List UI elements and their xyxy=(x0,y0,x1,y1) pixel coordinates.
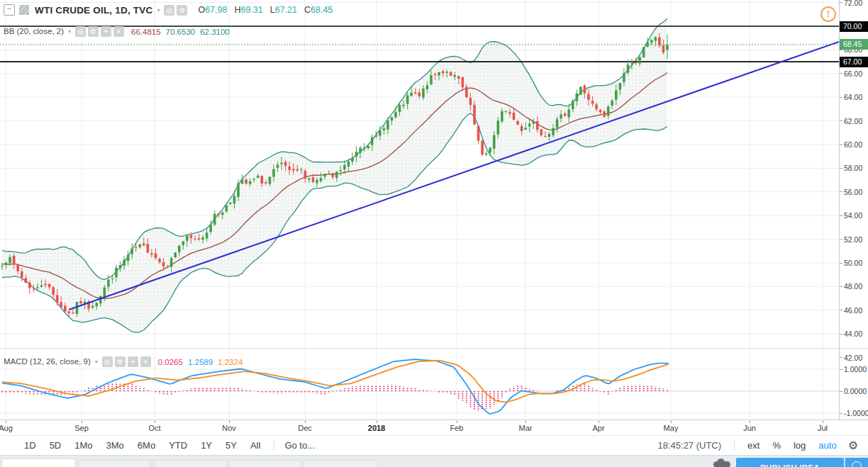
ohlc-pair: O67.98 xyxy=(198,5,227,15)
ohlc-values: O67.98H69.31L67.21C68.45 xyxy=(198,5,333,15)
price-tick-mark xyxy=(840,286,842,287)
range-button-3mo[interactable]: 3Mo xyxy=(106,440,124,451)
price-tick-label: 44.00 xyxy=(844,330,862,338)
remove-indicator-icon[interactable]: × xyxy=(140,356,151,367)
pane-divider[interactable] xyxy=(0,348,868,349)
range-button-1d[interactable]: 1D xyxy=(24,440,36,451)
hide-indicator-icon[interactable]: ◎ xyxy=(102,356,113,367)
publish-extra-button[interactable] xyxy=(845,458,868,467)
price-tick-label: 52.00 xyxy=(844,235,862,244)
time-axis-label: Apr xyxy=(592,424,604,432)
bb-legend-row: BB (20, close, 2) ▾ ◎ ⚙ + × 66.481570.65… xyxy=(4,25,230,38)
empty-tab-slot[interactable] xyxy=(304,460,377,467)
empty-tab-slot[interactable] xyxy=(228,460,301,467)
publish-idea-button[interactable]: PUBLISH IDEA xyxy=(736,458,844,467)
chevron-down-icon[interactable]: ▾ xyxy=(68,28,71,35)
time-tick-mark xyxy=(305,420,306,423)
gear-icon[interactable]: ⚙ xyxy=(848,439,858,452)
price-tick-label: 50.00 xyxy=(844,259,862,267)
indicator-value: 0.0265 xyxy=(158,358,183,366)
range-button-ytd[interactable]: YTD xyxy=(169,440,187,451)
hide-indicator-icon[interactable]: ◎ xyxy=(75,26,86,37)
hide-symbol-icon[interactable]: ◎ xyxy=(164,5,174,16)
price-tick-label: 54.00 xyxy=(844,211,862,220)
range-button-1mo[interactable]: 1Mo xyxy=(74,440,92,451)
price-tick-label: 66.00 xyxy=(844,69,862,78)
add-indicator-icon[interactable]: + xyxy=(101,26,111,37)
tradingview-chart-widget: − WTI CRUDE OIL, 1D, TVC ▾ ◎ ⚙ O67.98H69… xyxy=(0,0,868,467)
remove-indicator-icon[interactable]: × xyxy=(113,26,124,37)
range-button-6mo[interactable]: 6Mo xyxy=(138,440,155,451)
macd-tick-mark xyxy=(840,369,842,370)
macd-label[interactable]: MACD (12, 26, close, 9) xyxy=(4,357,91,366)
price-tick-mark xyxy=(840,357,842,358)
time-tick-mark xyxy=(750,420,750,423)
time-axis-label: Nov xyxy=(222,424,236,432)
indicator-settings-icon[interactable]: ⚙ xyxy=(115,356,126,367)
empty-tab-slot[interactable] xyxy=(153,460,226,467)
active-tab[interactable] xyxy=(1,458,76,467)
macd-tick-label: -1.0000 xyxy=(844,409,868,417)
goto-button[interactable]: Go to... xyxy=(284,440,315,451)
range-button-5y[interactable]: 5Y xyxy=(226,440,237,451)
time-tick-mark xyxy=(457,420,457,423)
price-tick-mark xyxy=(840,239,842,240)
price-tick-mark xyxy=(840,263,842,264)
time-tick-mark xyxy=(525,420,526,423)
macd-tick-mark xyxy=(840,391,842,392)
price-tick-label: 46.00 xyxy=(844,306,862,315)
range-button-1y[interactable]: 1Y xyxy=(201,440,212,451)
toolbar-divider xyxy=(274,439,274,451)
time-axis-label: Feb xyxy=(450,424,464,432)
symbol-title[interactable]: WTI CRUDE OIL, 1D, TVC xyxy=(35,5,152,16)
time-axis-label: Aug xyxy=(0,424,13,432)
price-line-label: 70.00 xyxy=(840,21,868,32)
time-tick-mark xyxy=(82,420,82,423)
clock-label[interactable]: 18:45:27 (UTC) xyxy=(657,440,721,451)
ohlc-pair: L67.21 xyxy=(270,5,297,15)
chevron-down-icon[interactable]: ▾ xyxy=(157,7,160,13)
alert-warning-icon[interactable]: ! xyxy=(820,6,836,22)
range-button-5d[interactable]: 5D xyxy=(50,440,62,451)
scale-mode-auto[interactable]: auto xyxy=(818,440,836,451)
ohlc-pair: C68.45 xyxy=(304,5,333,15)
scale-mode-percent[interactable]: % xyxy=(772,440,781,451)
bb-label[interactable]: BB (20, close, 2) xyxy=(4,27,64,35)
indicator-value: 66.4815 xyxy=(131,28,161,36)
indicator-value: 1.2589 xyxy=(188,358,213,366)
indicator-value: 62.3100 xyxy=(200,28,230,36)
time-axis-label: Mar xyxy=(519,424,533,432)
ohlc-pair: H69.31 xyxy=(234,5,262,15)
price-tick-label: 58.00 xyxy=(844,164,862,172)
price-tick-mark xyxy=(840,2,842,3)
macd-tick-label: 0.0000 xyxy=(844,387,867,395)
time-axis-label: Sep xyxy=(74,424,89,432)
scale-mode-ext[interactable]: ext xyxy=(747,440,760,451)
symbol-settings-icon[interactable]: ⚙ xyxy=(177,5,187,16)
price-tick-mark xyxy=(840,334,842,334)
time-axis[interactable]: AugSepOctNovDec2018FebMarAprMayJunJul xyxy=(0,420,868,436)
time-tick-mark xyxy=(6,420,6,423)
price-tick-label: 72.00 xyxy=(844,0,862,7)
scale-mode-log[interactable]: log xyxy=(794,440,806,451)
price-tick-label: 42.00 xyxy=(844,354,862,362)
last-price-label: 68.45 xyxy=(840,39,868,50)
cloud-icon[interactable] xyxy=(713,461,730,467)
time-axis-label: May xyxy=(664,424,679,432)
time-tick-mark xyxy=(229,420,230,423)
range-button-all[interactable]: All xyxy=(250,440,260,451)
scale-mode-buttons: ext%logauto xyxy=(735,440,837,451)
indicator-settings-icon[interactable]: ⚙ xyxy=(88,26,99,37)
time-axis-label: Jul xyxy=(818,424,828,432)
empty-tab-slot[interactable] xyxy=(78,460,151,467)
collapse-pane-icon[interactable]: − xyxy=(4,4,15,16)
indicator-value: 1.2324 xyxy=(218,358,243,366)
add-indicator-icon[interactable]: + xyxy=(128,356,138,367)
time-axis-label: Jun xyxy=(743,424,756,432)
chevron-down-icon[interactable]: ▾ xyxy=(95,359,98,365)
time-tick-mark xyxy=(155,420,155,423)
price-axis[interactable]: 72.0070.0068.0066.0064.0062.0060.0058.00… xyxy=(839,0,868,420)
time-axis-label: 2018 xyxy=(368,424,385,432)
price-tick-label: 62.00 xyxy=(844,117,862,125)
time-tick-mark xyxy=(377,420,377,423)
